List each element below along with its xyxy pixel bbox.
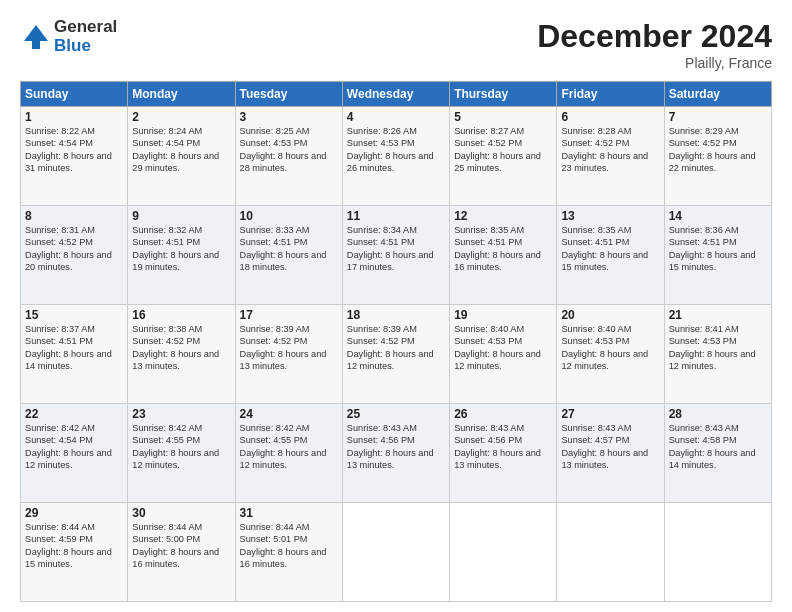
header-col-friday: Friday — [557, 82, 664, 107]
day-number: 2 — [132, 110, 230, 124]
header-col-tuesday: Tuesday — [235, 82, 342, 107]
cell-content: Sunrise: 8:28 AMSunset: 4:52 PMDaylight:… — [561, 125, 659, 175]
day-number: 20 — [561, 308, 659, 322]
week-row-2: 8Sunrise: 8:31 AMSunset: 4:52 PMDaylight… — [21, 206, 772, 305]
month-title: December 2024 — [537, 18, 772, 55]
day-number: 3 — [240, 110, 338, 124]
week-row-5: 29Sunrise: 8:44 AMSunset: 4:59 PMDayligh… — [21, 503, 772, 602]
cell-content: Sunrise: 8:25 AMSunset: 4:53 PMDaylight:… — [240, 125, 338, 175]
header-row: SundayMondayTuesdayWednesdayThursdayFrid… — [21, 82, 772, 107]
calendar-cell: 11Sunrise: 8:34 AMSunset: 4:51 PMDayligh… — [342, 206, 449, 305]
calendar-cell: 26Sunrise: 8:43 AMSunset: 4:56 PMDayligh… — [450, 404, 557, 503]
cell-content: Sunrise: 8:29 AMSunset: 4:52 PMDaylight:… — [669, 125, 767, 175]
day-number: 26 — [454, 407, 552, 421]
cell-content: Sunrise: 8:32 AMSunset: 4:51 PMDaylight:… — [132, 224, 230, 274]
cell-content: Sunrise: 8:42 AMSunset: 4:55 PMDaylight:… — [240, 422, 338, 472]
day-number: 6 — [561, 110, 659, 124]
cell-content: Sunrise: 8:39 AMSunset: 4:52 PMDaylight:… — [347, 323, 445, 373]
title-block: December 2024 Plailly, France — [537, 18, 772, 71]
cell-content: Sunrise: 8:36 AMSunset: 4:51 PMDaylight:… — [669, 224, 767, 274]
calendar-cell: 23Sunrise: 8:42 AMSunset: 4:55 PMDayligh… — [128, 404, 235, 503]
day-number: 1 — [25, 110, 123, 124]
logo-icon — [20, 21, 52, 53]
calendar-cell: 7Sunrise: 8:29 AMSunset: 4:52 PMDaylight… — [664, 107, 771, 206]
calendar-cell: 10Sunrise: 8:33 AMSunset: 4:51 PMDayligh… — [235, 206, 342, 305]
cell-content: Sunrise: 8:33 AMSunset: 4:51 PMDaylight:… — [240, 224, 338, 274]
day-number: 29 — [25, 506, 123, 520]
calendar-cell — [342, 503, 449, 602]
cell-content: Sunrise: 8:42 AMSunset: 4:54 PMDaylight:… — [25, 422, 123, 472]
header: General Blue December 2024 Plailly, Fran… — [20, 18, 772, 71]
cell-content: Sunrise: 8:43 AMSunset: 4:58 PMDaylight:… — [669, 422, 767, 472]
cell-content: Sunrise: 8:37 AMSunset: 4:51 PMDaylight:… — [25, 323, 123, 373]
day-number: 4 — [347, 110, 445, 124]
day-number: 31 — [240, 506, 338, 520]
day-number: 11 — [347, 209, 445, 223]
header-col-monday: Monday — [128, 82, 235, 107]
calendar-cell: 19Sunrise: 8:40 AMSunset: 4:53 PMDayligh… — [450, 305, 557, 404]
calendar-cell: 25Sunrise: 8:43 AMSunset: 4:56 PMDayligh… — [342, 404, 449, 503]
calendar-cell: 2Sunrise: 8:24 AMSunset: 4:54 PMDaylight… — [128, 107, 235, 206]
calendar-cell — [450, 503, 557, 602]
cell-content: Sunrise: 8:22 AMSunset: 4:54 PMDaylight:… — [25, 125, 123, 175]
calendar-cell: 8Sunrise: 8:31 AMSunset: 4:52 PMDaylight… — [21, 206, 128, 305]
logo-text: General Blue — [54, 18, 117, 55]
calendar-cell: 28Sunrise: 8:43 AMSunset: 4:58 PMDayligh… — [664, 404, 771, 503]
day-number: 16 — [132, 308, 230, 322]
calendar-cell: 18Sunrise: 8:39 AMSunset: 4:52 PMDayligh… — [342, 305, 449, 404]
location-subtitle: Plailly, France — [537, 55, 772, 71]
calendar-cell — [664, 503, 771, 602]
cell-content: Sunrise: 8:40 AMSunset: 4:53 PMDaylight:… — [561, 323, 659, 373]
header-col-saturday: Saturday — [664, 82, 771, 107]
cell-content: Sunrise: 8:43 AMSunset: 4:56 PMDaylight:… — [347, 422, 445, 472]
cell-content: Sunrise: 8:26 AMSunset: 4:53 PMDaylight:… — [347, 125, 445, 175]
calendar-cell: 1Sunrise: 8:22 AMSunset: 4:54 PMDaylight… — [21, 107, 128, 206]
logo: General Blue — [20, 18, 117, 55]
day-number: 15 — [25, 308, 123, 322]
day-number: 24 — [240, 407, 338, 421]
calendar-cell: 5Sunrise: 8:27 AMSunset: 4:52 PMDaylight… — [450, 107, 557, 206]
cell-content: Sunrise: 8:38 AMSunset: 4:52 PMDaylight:… — [132, 323, 230, 373]
day-number: 22 — [25, 407, 123, 421]
cell-content: Sunrise: 8:44 AMSunset: 5:00 PMDaylight:… — [132, 521, 230, 571]
calendar-cell: 22Sunrise: 8:42 AMSunset: 4:54 PMDayligh… — [21, 404, 128, 503]
day-number: 5 — [454, 110, 552, 124]
cell-content: Sunrise: 8:40 AMSunset: 4:53 PMDaylight:… — [454, 323, 552, 373]
cell-content: Sunrise: 8:31 AMSunset: 4:52 PMDaylight:… — [25, 224, 123, 274]
day-number: 17 — [240, 308, 338, 322]
calendar-cell: 20Sunrise: 8:40 AMSunset: 4:53 PMDayligh… — [557, 305, 664, 404]
calendar-cell: 6Sunrise: 8:28 AMSunset: 4:52 PMDaylight… — [557, 107, 664, 206]
cell-content: Sunrise: 8:27 AMSunset: 4:52 PMDaylight:… — [454, 125, 552, 175]
week-row-3: 15Sunrise: 8:37 AMSunset: 4:51 PMDayligh… — [21, 305, 772, 404]
cell-content: Sunrise: 8:34 AMSunset: 4:51 PMDaylight:… — [347, 224, 445, 274]
day-number: 23 — [132, 407, 230, 421]
cell-content: Sunrise: 8:39 AMSunset: 4:52 PMDaylight:… — [240, 323, 338, 373]
calendar-cell: 16Sunrise: 8:38 AMSunset: 4:52 PMDayligh… — [128, 305, 235, 404]
calendar-cell: 3Sunrise: 8:25 AMSunset: 4:53 PMDaylight… — [235, 107, 342, 206]
day-number: 28 — [669, 407, 767, 421]
calendar-cell: 21Sunrise: 8:41 AMSunset: 4:53 PMDayligh… — [664, 305, 771, 404]
calendar-cell: 15Sunrise: 8:37 AMSunset: 4:51 PMDayligh… — [21, 305, 128, 404]
day-number: 10 — [240, 209, 338, 223]
calendar-cell: 14Sunrise: 8:36 AMSunset: 4:51 PMDayligh… — [664, 206, 771, 305]
calendar-cell: 9Sunrise: 8:32 AMSunset: 4:51 PMDaylight… — [128, 206, 235, 305]
cell-content: Sunrise: 8:35 AMSunset: 4:51 PMDaylight:… — [454, 224, 552, 274]
cell-content: Sunrise: 8:24 AMSunset: 4:54 PMDaylight:… — [132, 125, 230, 175]
cell-content: Sunrise: 8:35 AMSunset: 4:51 PMDaylight:… — [561, 224, 659, 274]
cell-content: Sunrise: 8:43 AMSunset: 4:57 PMDaylight:… — [561, 422, 659, 472]
day-number: 8 — [25, 209, 123, 223]
cell-content: Sunrise: 8:43 AMSunset: 4:56 PMDaylight:… — [454, 422, 552, 472]
calendar-cell: 4Sunrise: 8:26 AMSunset: 4:53 PMDaylight… — [342, 107, 449, 206]
day-number: 25 — [347, 407, 445, 421]
logo-general-text: General — [54, 18, 117, 37]
day-number: 12 — [454, 209, 552, 223]
header-col-sunday: Sunday — [21, 82, 128, 107]
cell-content: Sunrise: 8:44 AMSunset: 5:01 PMDaylight:… — [240, 521, 338, 571]
day-number: 30 — [132, 506, 230, 520]
calendar-cell: 24Sunrise: 8:42 AMSunset: 4:55 PMDayligh… — [235, 404, 342, 503]
calendar-cell: 17Sunrise: 8:39 AMSunset: 4:52 PMDayligh… — [235, 305, 342, 404]
cell-content: Sunrise: 8:42 AMSunset: 4:55 PMDaylight:… — [132, 422, 230, 472]
logo-blue-text: Blue — [54, 37, 117, 56]
calendar-cell: 12Sunrise: 8:35 AMSunset: 4:51 PMDayligh… — [450, 206, 557, 305]
calendar-cell: 30Sunrise: 8:44 AMSunset: 5:00 PMDayligh… — [128, 503, 235, 602]
